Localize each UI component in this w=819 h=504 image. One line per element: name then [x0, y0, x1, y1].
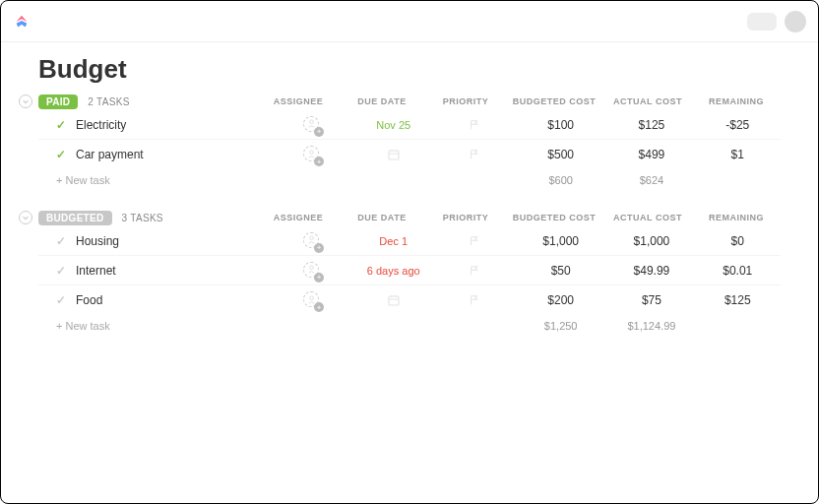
check-icon[interactable]: ✓: [56, 293, 66, 307]
task-row[interactable]: ✓ Food + $200 $75 $125: [38, 285, 781, 315]
actual-cost: $49.99: [608, 264, 694, 278]
header-assignee: ASSIGNEE: [259, 96, 338, 106]
svg-rect-9: [389, 296, 399, 305]
topbar: [1, 1, 818, 42]
priority-flag-icon[interactable]: [436, 235, 513, 247]
header-priority: PRIORITY: [426, 96, 505, 106]
budgeted-cost: $1,000: [513, 234, 608, 248]
svg-point-6: [309, 236, 313, 240]
tasks-count: 3 TASKS: [122, 213, 163, 223]
priority-flag-icon[interactable]: [436, 294, 513, 306]
new-task-button[interactable]: + New task: [38, 168, 513, 192]
total-budget: $600: [513, 174, 608, 186]
topbar-pill[interactable]: [747, 13, 777, 31]
remaining: $0: [695, 234, 781, 248]
svg-point-1: [309, 150, 313, 154]
remaining: $1: [695, 148, 781, 161]
section-totals: + New task $600 $624: [38, 169, 781, 191]
due-date[interactable]: 6 days ago: [350, 265, 436, 277]
section-badge[interactable]: BUDGETED: [38, 211, 112, 225]
due-date[interactable]: [350, 148, 436, 161]
header-actual: ACTUAL COST: [603, 96, 692, 106]
header-budget: BUDGETED COST: [505, 96, 603, 106]
header-due: DUE DATE: [338, 96, 426, 106]
app-logo-icon: [13, 13, 31, 31]
section-badge[interactable]: PAID: [38, 94, 78, 109]
task-name: Car payment: [76, 148, 144, 161]
section: PAID 2 TASKS ASSIGNEE DUE DATE PRIORITY …: [38, 93, 781, 191]
priority-flag-icon[interactable]: [436, 265, 513, 277]
check-icon[interactable]: ✓: [56, 148, 66, 161]
header-due: DUE DATE: [338, 213, 426, 222]
section: BUDGETED 3 TASKS ASSIGNEE DUE DATE PRIOR…: [38, 209, 781, 337]
header-assignee: ASSIGNEE: [259, 213, 338, 222]
task-name: Housing: [76, 234, 119, 248]
svg-rect-2: [389, 151, 399, 159]
assignee-icon[interactable]: +: [303, 116, 321, 134]
budgeted-cost: $500: [513, 148, 608, 161]
content: Budget PAID 2 TASKS ASSIGNEE DUE DATE PR…: [1, 42, 818, 337]
budgeted-cost: $100: [513, 118, 608, 132]
due-date[interactable]: Dec 1: [350, 235, 436, 247]
header-actual: ACTUAL COST: [603, 213, 692, 222]
tasks-count: 2 TASKS: [88, 96, 129, 107]
new-task-button[interactable]: + New task: [38, 314, 513, 338]
avatar[interactable]: [785, 11, 806, 32]
task-row[interactable]: ✓ Internet + 6 days ago $50 $49.99 $0.01: [38, 256, 781, 285]
total-actual: $624: [608, 174, 694, 186]
total-actual: $1,124.99: [608, 320, 694, 332]
task-row[interactable]: ✓ Car payment + $500 $499 $1: [38, 140, 781, 169]
header-remain: REMAINING: [692, 213, 781, 222]
actual-cost: $1,000: [608, 234, 694, 248]
remaining: -$25: [695, 118, 781, 132]
section-totals: + New task $1,250 $1,124.99: [38, 315, 781, 337]
total-budget: $1,250: [513, 320, 608, 332]
svg-point-7: [309, 266, 313, 270]
svg-point-0: [309, 120, 313, 124]
assignee-icon[interactable]: +: [303, 262, 321, 280]
header-budget: BUDGETED COST: [505, 213, 603, 222]
actual-cost: $75: [608, 293, 694, 307]
actual-cost: $125: [608, 118, 694, 132]
assignee-icon[interactable]: +: [303, 232, 321, 250]
due-date[interactable]: Nov 25: [350, 119, 436, 131]
page-title: Budget: [38, 54, 781, 85]
check-icon[interactable]: ✓: [56, 234, 66, 248]
remaining: $0.01: [695, 264, 781, 278]
collapse-icon[interactable]: [19, 211, 32, 224]
due-date[interactable]: [350, 293, 436, 307]
svg-point-8: [309, 295, 313, 299]
assignee-icon[interactable]: +: [303, 291, 321, 309]
task-row[interactable]: ✓ Electricity + Nov 25 $100 $125 -$25: [38, 110, 781, 140]
assignee-icon[interactable]: +: [303, 146, 321, 163]
task-row[interactable]: ✓ Housing + Dec 1 $1,000 $1,000 $0: [38, 226, 781, 256]
header-priority: PRIORITY: [426, 213, 505, 222]
task-name: Food: [76, 293, 102, 307]
task-name: Internet: [76, 264, 116, 278]
actual-cost: $499: [608, 148, 694, 161]
priority-flag-icon[interactable]: [436, 119, 513, 131]
budgeted-cost: $200: [513, 293, 608, 307]
priority-flag-icon[interactable]: [436, 149, 513, 160]
header-remain: REMAINING: [692, 96, 781, 106]
check-icon[interactable]: ✓: [56, 264, 66, 278]
budgeted-cost: $50: [513, 264, 608, 278]
remaining: $125: [695, 293, 781, 307]
check-icon[interactable]: ✓: [56, 118, 66, 132]
collapse-icon[interactable]: [19, 94, 32, 108]
task-name: Electricity: [76, 118, 126, 132]
topbar-right: [747, 11, 806, 32]
